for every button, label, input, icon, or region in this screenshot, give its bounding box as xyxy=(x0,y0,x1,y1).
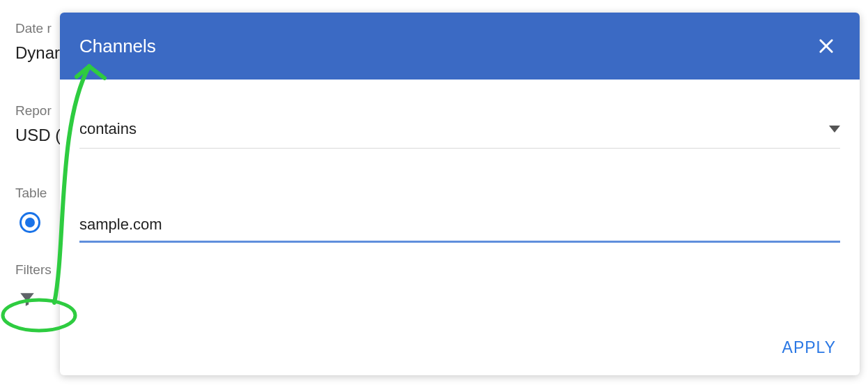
report-currency-value: USD ( xyxy=(15,126,61,145)
filter-icon[interactable] xyxy=(18,290,61,312)
apply-button[interactable]: APPLY xyxy=(782,338,836,357)
condition-select[interactable]: contains xyxy=(79,120,840,149)
filter-value-input[interactable] xyxy=(79,216,840,234)
table-label: Table xyxy=(15,186,61,201)
condition-value: contains xyxy=(79,120,137,138)
dialog-title: Channels xyxy=(79,36,156,57)
dropdown-icon xyxy=(829,123,840,135)
filter-value-row xyxy=(79,216,840,243)
report-currency-label: Repor xyxy=(15,103,61,119)
close-icon xyxy=(816,36,836,56)
table-radio[interactable] xyxy=(20,212,40,233)
close-button[interactable] xyxy=(812,32,840,60)
date-range-label: Date r xyxy=(15,21,61,36)
filters-label: Filters xyxy=(15,262,61,278)
channels-filter-dialog: Channels contains APPLY xyxy=(60,13,860,375)
date-range-value: Dynar xyxy=(15,43,61,63)
dialog-header: Channels xyxy=(60,13,860,80)
